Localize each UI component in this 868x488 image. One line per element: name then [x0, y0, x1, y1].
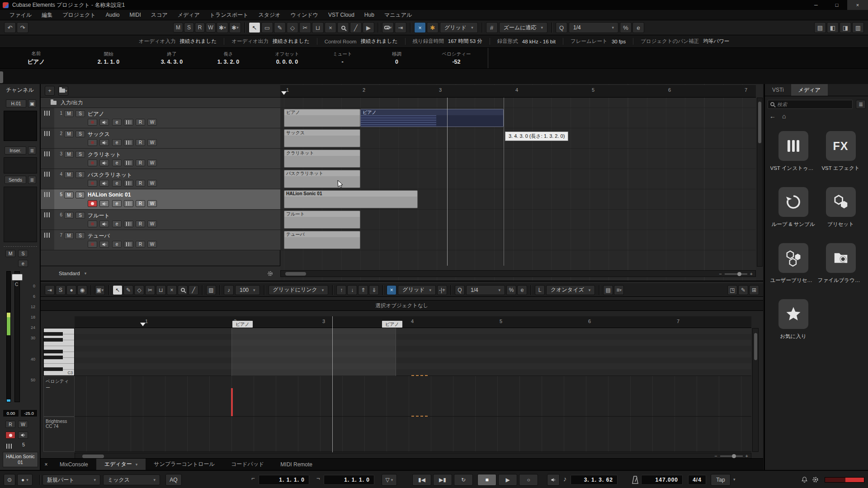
- track-mute-button[interactable]: M: [64, 212, 74, 219]
- strip-write-button[interactable]: W: [18, 421, 28, 428]
- clip-active[interactable]: HALion Sonic 01: [284, 190, 418, 208]
- part-list-button[interactable]: ▤: [603, 285, 613, 295]
- note-display-area[interactable]: [75, 328, 751, 376]
- right-zone-toggle-button[interactable]: ▥: [852, 22, 864, 33]
- scrollbar-thumb[interactable]: [754, 333, 757, 360]
- right-locator-flag-icon[interactable]: ¬: [316, 475, 320, 482]
- piano-keyboard[interactable]: C3: [43, 328, 75, 376]
- folder-track-row[interactable]: 入力/出力: [41, 98, 280, 108]
- quantize-preset-combo[interactable]: 1/4▾: [569, 22, 618, 33]
- zoom-tool[interactable]: [178, 285, 188, 295]
- arrange-track-lane[interactable]: フルート: [280, 210, 756, 230]
- automation-s-button[interactable]: S: [184, 23, 194, 33]
- gear-icon[interactable]: [812, 476, 819, 483]
- arrange-ruler[interactable]: 1234567: [280, 85, 756, 98]
- constrain-delay-compensation-button[interactable]: ⊙: [4, 474, 15, 486]
- back-icon[interactable]: ←: [769, 113, 776, 120]
- strip-read-button[interactable]: R: [5, 421, 15, 428]
- close-button[interactable]: ×: [847, 0, 868, 10]
- move-top-button[interactable]: ⇑: [358, 285, 368, 295]
- level-value[interactable]: 0.00: [3, 409, 19, 417]
- track-mute-button[interactable]: M: [64, 151, 74, 158]
- tempo-display[interactable]: 147.000: [641, 475, 683, 485]
- media-tile[interactable]: プリセット: [818, 187, 864, 228]
- insert-velocity-stepper[interactable]: 100▾: [235, 285, 260, 295]
- info-field-value[interactable]: 1. 3. 2. 0: [217, 59, 240, 65]
- black-key[interactable]: [44, 332, 63, 336]
- lower-zone-tab[interactable]: MixConsole ▾: [52, 459, 96, 470]
- track-name[interactable]: フルート: [88, 212, 110, 220]
- chevron-down-icon[interactable]: ▾: [85, 271, 87, 276]
- search-input[interactable]: [768, 100, 853, 109]
- note-icon-button[interactable]: ♪: [224, 285, 234, 295]
- track-write-button[interactable]: W: [147, 119, 157, 126]
- track-name[interactable]: バスクラリネット: [88, 171, 132, 179]
- media-tile[interactable]: ループ & サンプル: [770, 187, 816, 228]
- close-lower-zone-button[interactable]: ×: [41, 460, 51, 469]
- home-icon[interactable]: ⌂: [782, 113, 786, 120]
- grid-type-icon-button[interactable]: #: [486, 22, 498, 33]
- track-edit-button[interactable]: e: [112, 139, 122, 146]
- track-row[interactable]: 6 M S フルート e R W: [41, 210, 280, 230]
- quantize-icon-button[interactable]: Q: [556, 22, 567, 33]
- lower-zone-tab[interactable]: サンプラーコントロール ▾: [146, 459, 223, 470]
- use-track-preset-button[interactable]: ▾: [58, 86, 68, 96]
- maximize-button[interactable]: □: [826, 0, 847, 10]
- track-solo-button[interactable]: S: [75, 192, 85, 198]
- menu-item[interactable]: MIDI: [125, 10, 146, 20]
- mute-tool[interactable]: ×: [167, 285, 177, 295]
- clip-normal[interactable]: クラリネット: [284, 150, 360, 168]
- track-write-button[interactable]: W: [147, 221, 157, 227]
- track-monitor-button[interactable]: [99, 221, 109, 227]
- track-instrument-button[interactable]: [124, 200, 133, 207]
- bell-icon[interactable]: [801, 476, 808, 483]
- strip-monitor-button[interactable]: [18, 432, 28, 439]
- track-monitor-button[interactable]: [99, 139, 109, 146]
- setup-toolbar-button[interactable]: ▤: [814, 22, 826, 33]
- grid-type-combo[interactable]: ズームに適応▾: [499, 22, 547, 33]
- object-select-tool[interactable]: ↖: [249, 22, 260, 33]
- chevron-down-icon[interactable]: ▾: [733, 477, 736, 482]
- track-solo-button[interactable]: S: [75, 110, 85, 117]
- track-row[interactable]: 3 M S クラリネット e R W: [41, 149, 280, 169]
- info-field[interactable]: 終了 3. 4. 3. 0: [145, 48, 199, 68]
- track-mute-button[interactable]: M: [64, 171, 74, 178]
- snap-type-combo[interactable]: グリッド▾: [440, 22, 478, 33]
- track-instrument-button[interactable]: [124, 221, 133, 227]
- track-solo-button[interactable]: S: [75, 171, 85, 178]
- locator-options-button[interactable]: ▽▾: [382, 474, 397, 486]
- inserts-button[interactable]: Inser.: [5, 146, 26, 155]
- range-select-tool[interactable]: ▭: [261, 22, 273, 33]
- menu-item[interactable]: ウィンドウ: [286, 10, 323, 20]
- color-scheme-button[interactable]: ▨: [206, 285, 216, 295]
- zoom-tool[interactable]: [337, 22, 349, 33]
- track-mute-button[interactable]: M: [64, 110, 74, 117]
- channel-preset-button[interactable]: H.01: [6, 99, 26, 108]
- fader-cap[interactable]: [12, 274, 23, 281]
- track-solo-button[interactable]: S: [75, 131, 85, 137]
- go-to-previous-marker-button[interactable]: ▮◀: [412, 474, 431, 486]
- track-monitor-button[interactable]: [99, 180, 109, 187]
- clip-normal[interactable]: バスクラリネット: [284, 170, 360, 188]
- solo-editor-button[interactable]: ⇥: [45, 285, 55, 295]
- go-to-next-marker-button[interactable]: ▶▮: [433, 474, 452, 486]
- horizontal-zoom-control[interactable]: − +: [719, 271, 753, 277]
- stop-button[interactable]: ■: [477, 474, 496, 486]
- arrange-vscrollbar[interactable]: [757, 98, 763, 267]
- track-edit-button[interactable]: e: [112, 221, 122, 227]
- info-field[interactable]: ミュート -: [316, 48, 368, 68]
- move-down-button[interactable]: ↓: [347, 285, 357, 295]
- track-record-button[interactable]: [88, 119, 97, 126]
- arrange-track-lane[interactable]: クラリネット: [280, 149, 756, 169]
- pan-value[interactable]: -25.0: [20, 409, 38, 417]
- automation-m-button[interactable]: M: [173, 23, 183, 33]
- menu-item[interactable]: ファイル: [5, 10, 37, 20]
- split-tool[interactable]: ✂: [145, 285, 155, 295]
- open-in-window-button[interactable]: ⊞: [749, 285, 759, 295]
- zoom-slider-thumb[interactable]: [732, 454, 736, 458]
- inserts-edit-icon[interactable]: ≣: [28, 146, 36, 155]
- quantize-icon-button[interactable]: Q: [455, 285, 465, 295]
- track-row[interactable]: 1 M S ピアノ e R W: [41, 108, 280, 128]
- time-signature-display[interactable]: 4/4: [688, 475, 706, 485]
- menu-item[interactable]: プロジェクト: [57, 10, 101, 20]
